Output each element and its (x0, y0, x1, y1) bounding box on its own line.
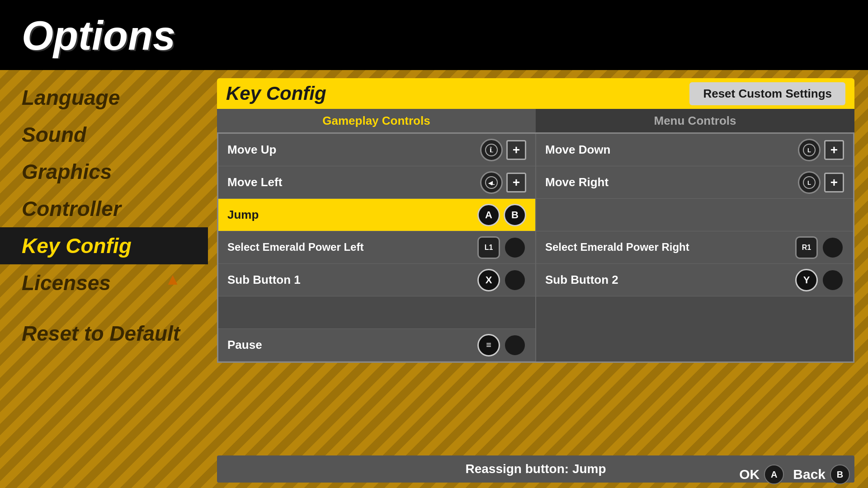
control-label-sub-button-1: Sub Button 1 (227, 273, 301, 287)
sidebar-item-sound[interactable]: Sound (0, 116, 208, 153)
ok-btn-letter: A (771, 469, 777, 480)
btn-dark-emerald-left (504, 236, 526, 259)
control-row-move-up[interactable]: Move Up L̂ + (218, 134, 535, 166)
btn-plus-up: + (506, 140, 526, 160)
back-button[interactable]: Back B (793, 465, 850, 484)
btn-r1: R1 (795, 236, 818, 259)
sidebar-item-language[interactable]: Language (0, 79, 208, 116)
control-label-sub-button-2: Sub Button 2 (545, 273, 618, 287)
control-buttons-move-right: L + (798, 171, 844, 194)
page-title: Options (22, 13, 175, 59)
controls-left-column: Move Up L̂ + Move Left ◀L (218, 134, 536, 361)
control-label-select-emerald-left: Select Emerald Power Left (227, 241, 363, 254)
svg-marker-0 (0, 59, 868, 70)
control-label-move-down: Move Down (545, 143, 610, 157)
control-label-move-right: Move Right (545, 175, 609, 189)
sidebar-item-key-config[interactable]: Key Config (0, 227, 208, 264)
sidebar-reset-default[interactable]: Reset to Default (0, 315, 208, 352)
ok-btn-icon: A (764, 465, 784, 484)
svg-text:L̂: L̂ (490, 147, 493, 154)
control-row-empty-left (218, 296, 535, 329)
main-content: Language Sound Graphics Controller Key C… (0, 70, 868, 488)
btn-dark-emerald-right (821, 236, 844, 259)
tab-menu-controls[interactable]: Menu Controls (536, 109, 854, 132)
zigzag-separator (0, 59, 868, 70)
btn-l1: L1 (477, 236, 500, 259)
control-row-select-emerald-left[interactable]: Select Emerald Power Left L1 (218, 231, 535, 264)
control-buttons-sub2: Y (795, 269, 844, 291)
control-label-move-up: Move Up (227, 143, 276, 157)
ok-button[interactable]: OK A (739, 465, 784, 484)
btn-menu: ≡ (477, 334, 500, 357)
reset-custom-settings-button[interactable]: Reset Custom Settings (689, 82, 845, 105)
control-row-move-right[interactable]: Move Right L + (536, 166, 853, 199)
svg-text:◀L: ◀L (488, 180, 495, 186)
control-buttons-jump: A B (477, 204, 526, 226)
key-config-title: Key Config (226, 83, 326, 104)
status-text: Reassign button: Jump (465, 462, 606, 476)
top-bar: Options (0, 0, 868, 66)
control-row-sub-button-2[interactable]: Sub Button 2 Y (536, 264, 853, 296)
control-row-jump[interactable]: Jump A B (218, 199, 535, 231)
ok-label: OK (739, 467, 760, 482)
control-row-move-left[interactable]: Move Left ◀L + (218, 166, 535, 199)
tab-row: Gameplay Controls Menu Controls (217, 109, 854, 132)
control-row-sub-button-1[interactable]: Sub Button 1 X (218, 264, 535, 296)
control-label-jump: Jump (227, 208, 259, 222)
btn-x: X (477, 269, 500, 291)
control-row-move-down[interactable]: Move Down L + (536, 134, 853, 166)
btn-plus-left: + (506, 173, 526, 192)
controls-area: Move Up L̂ + Move Left ◀L (217, 132, 854, 363)
sidebar-item-licenses[interactable]: Licenses (0, 264, 208, 301)
right-panel: Key Config Reset Custom Settings Gamepla… (217, 78, 854, 452)
back-btn-letter: B (837, 469, 843, 480)
btn-plus-right: + (824, 173, 844, 192)
btn-dark-sub2 (821, 269, 844, 291)
control-buttons-emerald-right: R1 (795, 236, 844, 259)
control-label-select-emerald-right: Select Emerald Power Right (545, 241, 689, 254)
control-buttons-sub1: X (477, 269, 526, 291)
btn-a-jump: A (477, 204, 500, 226)
btn-dark-sub1 (504, 269, 526, 291)
control-row-select-emerald-right[interactable]: Select Emerald Power Right R1 (536, 231, 853, 264)
btn-y: Y (795, 269, 818, 291)
key-config-header: Key Config Reset Custom Settings (217, 78, 854, 109)
tab-gameplay-controls[interactable]: Gameplay Controls (217, 109, 536, 132)
control-buttons-move-left: ◀L + (480, 171, 526, 194)
sidebar: Language Sound Graphics Controller Key C… (0, 70, 208, 488)
control-buttons-emerald-left: L1 (477, 236, 526, 259)
svg-text:L: L (807, 147, 811, 154)
sidebar-item-controller[interactable]: Controller (0, 190, 208, 227)
controls-right-column: Move Down L + Move Right L (536, 134, 853, 361)
back-btn-icon: B (830, 465, 850, 484)
btn-b-jump: B (504, 204, 526, 226)
btn-stick-down: L (798, 139, 821, 161)
control-row-pause[interactable]: Pause ≡ (218, 329, 535, 361)
btn-stick-left: ◀L (480, 171, 503, 194)
control-buttons-pause: ≡ (477, 334, 526, 357)
btn-dark-pause (504, 334, 526, 357)
svg-text:L: L (807, 179, 811, 186)
control-label-move-left: Move Left (227, 175, 282, 189)
sidebar-item-graphics[interactable]: Graphics (0, 153, 208, 190)
control-row-empty-jump (536, 199, 853, 231)
back-label: Back (793, 467, 826, 482)
bottom-nav: OK A Back B (739, 465, 850, 484)
control-buttons-move-up: L̂ + (480, 139, 526, 161)
btn-plus-down: + (824, 140, 844, 160)
control-buttons-move-down: L + (798, 139, 844, 161)
btn-stick-up: L̂ (480, 139, 503, 161)
btn-stick-right: L (798, 171, 821, 194)
control-label-pause: Pause (227, 338, 262, 352)
